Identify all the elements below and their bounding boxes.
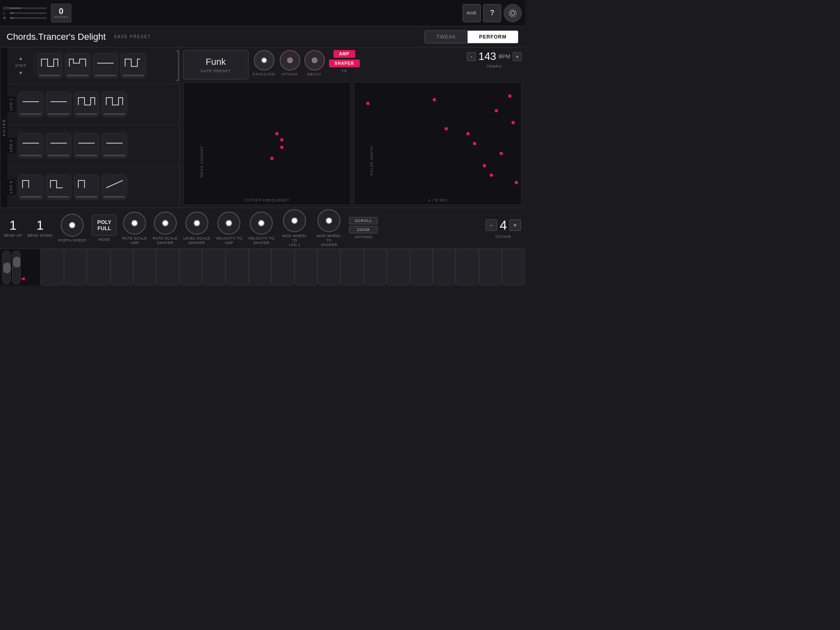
piano-key-19[interactable] xyxy=(456,249,479,285)
piano-key-15[interactable] xyxy=(364,249,387,285)
piano-key-6[interactable] xyxy=(156,249,179,285)
lfo1-waveform-2[interactable] xyxy=(46,91,71,117)
step-waveform-3[interactable] xyxy=(93,53,118,78)
mode-box[interactable]: POLY FULL xyxy=(92,215,116,236)
lfo2-waveform-2[interactable] xyxy=(46,133,71,158)
pitch-slider[interactable] xyxy=(2,251,11,284)
piano-key-12[interactable] xyxy=(294,249,317,285)
scatter-area: RESO AMOUNT CUTOFF FREQUENCY PULSE WIDTH… xyxy=(183,82,522,205)
piano-key-1[interactable] xyxy=(41,249,64,285)
piano-key-5[interactable] xyxy=(133,249,156,285)
settings-button[interactable] xyxy=(504,4,522,22)
scatter-plot-2: PULSE WIDTH A / B MIX xyxy=(354,82,522,205)
velocity-shaper-knob[interactable] xyxy=(250,212,273,235)
mod-slider-container: ◀ xyxy=(12,251,21,284)
step-up-arrow[interactable]: ▲ xyxy=(18,55,23,62)
scroll-button[interactable]: SCROLL xyxy=(349,217,378,224)
mod-wheel-shaper-knob[interactable] xyxy=(317,209,340,232)
tempo-plus[interactable]: + xyxy=(513,52,522,61)
lfo1-waveform-1[interactable] xyxy=(18,91,43,117)
lfo1-waveform-3[interactable] xyxy=(74,91,99,117)
level-scale-shaper-knob[interactable] xyxy=(185,212,208,235)
piano-key-11[interactable] xyxy=(272,249,294,285)
save-preset-button[interactable]: SAVE PRESET xyxy=(114,34,151,39)
mod-slider[interactable] xyxy=(12,251,21,284)
to-label: TO xyxy=(341,69,347,73)
attack-knob[interactable] xyxy=(280,50,300,71)
piano-key-9[interactable] xyxy=(226,249,249,285)
perform-button[interactable]: PERFORM xyxy=(468,31,518,43)
piano-key-18[interactable] xyxy=(433,249,456,285)
piano-keys xyxy=(41,249,525,285)
lfo3-waveform-3[interactable] xyxy=(74,174,99,200)
mod-arrow-icon: ◀ xyxy=(21,276,25,281)
lfo3-waveform-1[interactable] xyxy=(18,174,43,200)
attack-label: ATTACK xyxy=(281,72,298,76)
r-label: R xyxy=(3,16,8,20)
lfo2-waveform-3[interactable] xyxy=(74,133,99,158)
lfo1-label: LFO 1 xyxy=(7,96,16,112)
zoom-button[interactable]: ZOOM xyxy=(349,226,378,233)
step-waveform-1[interactable] xyxy=(37,53,62,78)
step-down-arrow[interactable]: ▼ xyxy=(18,69,23,77)
velocity-amp-knob[interactable] xyxy=(217,212,240,235)
svg-point-1 xyxy=(509,9,516,17)
piano-key-13[interactable] xyxy=(317,249,340,285)
rate-scale-shaper-label: RATE SCALESHAPER xyxy=(153,236,178,245)
mod-wheel-lfo1-knob[interactable] xyxy=(283,209,306,232)
lfo2-waveform-1[interactable] xyxy=(18,133,43,158)
piano-key-8[interactable] xyxy=(202,249,225,285)
piano-key-20[interactable] xyxy=(479,249,502,285)
dot xyxy=(495,109,498,112)
piano-key-3[interactable] xyxy=(87,249,110,285)
dot xyxy=(515,181,518,184)
midi-button[interactable]: midi xyxy=(463,4,481,22)
piano-key-2[interactable] xyxy=(64,249,87,285)
lfo1-waveform-4[interactable] xyxy=(102,91,127,117)
octave-group: - 4 + OCTAVE xyxy=(486,218,521,239)
mod-wheel-shaper-group: MOD WHEEL TOSHAPER xyxy=(315,209,343,247)
tempo-unit: BPM xyxy=(499,53,510,59)
decay-knob[interactable] xyxy=(304,50,325,71)
lfo3-row: LFO 3 xyxy=(7,167,179,208)
scatter1-x-label: CUTOFF FREQUENCY xyxy=(244,198,290,202)
dot xyxy=(483,164,486,167)
lfo3-waveform-4[interactable] xyxy=(102,174,127,200)
tweak-button[interactable]: TWEAK xyxy=(425,31,468,43)
porta-speed-knob[interactable] xyxy=(61,214,84,237)
piano-key-16[interactable] xyxy=(387,249,410,285)
piano-key-17[interactable] xyxy=(410,249,433,285)
piano-key-7[interactable] xyxy=(179,249,202,285)
rate-scale-amp-knob[interactable] xyxy=(123,212,146,235)
dot xyxy=(270,157,274,160)
piano-key-10[interactable] xyxy=(249,249,272,285)
lfo3-waveform-2[interactable] xyxy=(46,174,71,200)
mode-group: POLY FULL MODE xyxy=(92,215,116,242)
l-meter xyxy=(10,12,47,14)
shaper-button[interactable]: SHAPER xyxy=(329,59,360,67)
rate-scale-shaper-knob[interactable] xyxy=(154,212,177,235)
piano-key-14[interactable] xyxy=(340,249,363,285)
octave-plus[interactable]: + xyxy=(509,219,521,231)
porta-speed-label: PORTA SPEED xyxy=(58,238,86,243)
octave-minus[interactable]: - xyxy=(486,219,497,231)
bracket-icon xyxy=(173,49,179,82)
bend-up-label: BEND UP xyxy=(4,233,22,238)
lfo2-waveform-4[interactable] xyxy=(102,133,127,158)
staccato-knob-inner xyxy=(261,57,267,63)
dot xyxy=(500,152,503,155)
piano-key-21[interactable] xyxy=(502,249,525,285)
piano-key-4[interactable] xyxy=(110,249,133,285)
voices-label: VOICES xyxy=(54,15,68,19)
gate-preset-name: Funk xyxy=(206,57,226,67)
step-waveform-4[interactable] xyxy=(121,53,146,78)
staccato-knob[interactable] xyxy=(254,50,274,71)
step-waveform-2[interactable] xyxy=(65,53,90,78)
velocity-amp-label: VELOCITY TOAMP xyxy=(216,236,242,245)
amp-button[interactable]: AMP xyxy=(333,50,355,58)
tempo-minus[interactable]: - xyxy=(467,52,476,61)
gate-preset-box[interactable]: Funk GATE PRESET xyxy=(183,50,249,80)
r-meter-fill xyxy=(10,17,14,19)
header: Chords.Trancer's Delight SAVE PRESET TWE… xyxy=(0,26,525,48)
help-button[interactable]: ? xyxy=(483,4,501,22)
